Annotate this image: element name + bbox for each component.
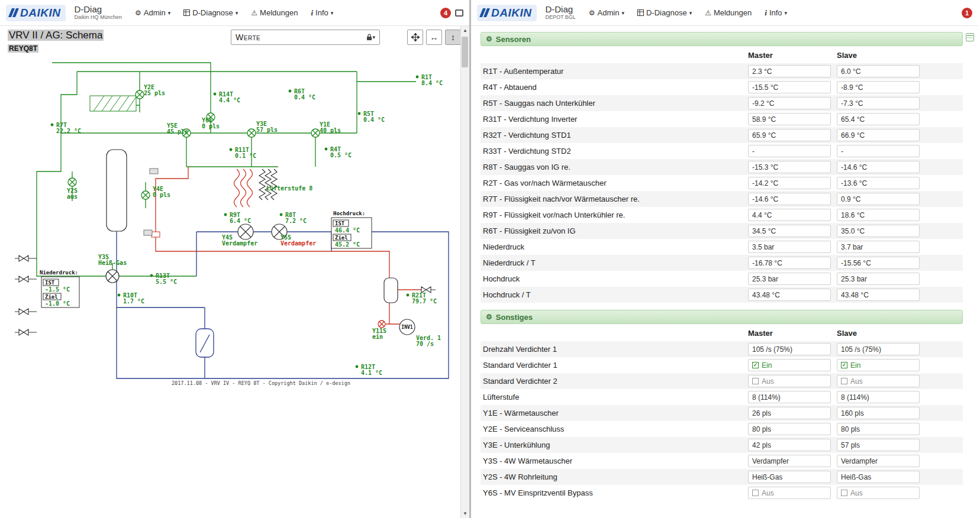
- werte-select[interactable]: Werte ▾: [231, 30, 380, 45]
- table-row: R32T - Verdichtung STD165.9 °C66.9 °C: [481, 127, 963, 143]
- logo-text: DAIKIN: [491, 7, 531, 20]
- chevron-down-icon: ▾: [621, 10, 624, 16]
- gear-icon: ⚙: [486, 313, 492, 321]
- value-cell: Aus: [748, 375, 837, 387]
- nav-info[interactable]: i Info ▾: [765, 8, 787, 18]
- checkbox-label: Aus: [850, 489, 863, 497]
- value-cell: -14.6 °C: [748, 193, 837, 205]
- value-cell: 43.48 °C: [837, 289, 926, 301]
- value-box: Aus: [748, 375, 831, 387]
- nav-label: D-Diagnose: [646, 8, 687, 17]
- value-box: 43.48 °C: [837, 289, 920, 301]
- checkbox-icon[interactable]: [841, 378, 847, 384]
- diagram-value: Verdampfer: [222, 240, 257, 247]
- nav-label: Admin: [598, 8, 620, 17]
- table: MasterSlaveDrehzahl Verdichter 1105 /s (…: [481, 324, 963, 501]
- model-label: REYQ8T: [8, 44, 38, 53]
- fit-width-button[interactable]: ↔: [426, 30, 442, 45]
- sensor-dot: [214, 93, 217, 96]
- value-box: 2.3 °C: [748, 65, 831, 77]
- right-panel: DAIKIN D-Diag DEPOT BGL ⚙ Admin ▾ D-Diag…: [471, 0, 978, 518]
- value-box: Verdampfer: [748, 455, 831, 467]
- diagram-value: 0.1 °C: [235, 153, 256, 159]
- value-cell: 80 pls: [837, 423, 926, 435]
- diagram-value: 6.4 °C: [230, 218, 251, 224]
- value-box: -7.3 °C: [837, 97, 920, 109]
- vertical-scrollbar[interactable]: ▲ ▼: [460, 26, 469, 518]
- row-label: R33T - Verdichtung STD2: [481, 147, 748, 156]
- notification-badge[interactable]: 1: [962, 8, 972, 18]
- value-box: 57 pls: [837, 439, 920, 451]
- svg-text:-1.0 °C: -1.0 °C: [45, 300, 70, 307]
- value-box: 18.6 °C: [837, 209, 920, 221]
- chevron-down-icon: ▾: [785, 10, 788, 16]
- notification-badge[interactable]: 4: [440, 8, 451, 18]
- row-label: Hochdruck / T: [481, 290, 748, 299]
- value-cell: 18.6 °C: [837, 209, 926, 221]
- nav-d-diagnose[interactable]: D-Diagnose ▾: [183, 8, 238, 18]
- value-box: 34.5 °C: [748, 225, 831, 237]
- daikin-logo[interactable]: DAIKIN: [477, 5, 537, 21]
- value-cell: 42 pls: [748, 439, 837, 451]
- value-box: 8 (114%): [748, 391, 831, 403]
- scroll-down-icon[interactable]: ▼: [463, 511, 468, 516]
- row-label: R6T - Flüssigkeit zu/von IG: [481, 226, 748, 235]
- info-icon: i: [311, 8, 313, 18]
- value-cell: 2.3 °C: [748, 65, 837, 77]
- value-cell: 3.7 bar: [837, 241, 926, 253]
- value-box: 58.9 °C: [748, 113, 831, 125]
- table-row: Standard Verdichter 2AusAus: [481, 373, 963, 389]
- nav-meldungen[interactable]: ⚠ Meldungen: [251, 8, 298, 18]
- daikin-logo[interactable]: DAIKIN: [6, 5, 66, 21]
- row-label: Drehzahl Verdichter 1: [481, 345, 748, 354]
- section-header: ⚙ Sensoren: [481, 32, 963, 46]
- nav-info[interactable]: i Info ▾: [311, 8, 333, 18]
- vrv-schema-diagram[interactable]: INV1 Hochdruck:: [0, 57, 461, 395]
- diagram-value: 8.4 °C: [421, 80, 443, 86]
- value-box: 43.48 °C: [748, 289, 831, 301]
- checkbox-icon[interactable]: [752, 490, 759, 496]
- scroll-up-icon[interactable]: ▲: [463, 28, 468, 33]
- value-cell: Verdampfer: [748, 455, 837, 467]
- checkbox-icon[interactable]: [841, 490, 847, 496]
- value-box: Aus: [837, 375, 920, 387]
- fit-height-button[interactable]: ↕: [445, 30, 461, 45]
- svg-text:INV1: INV1: [401, 325, 412, 330]
- checkbox-icon[interactable]: ✓: [841, 362, 847, 368]
- row-label: Y2S - 4W Rohrleitung: [481, 472, 748, 481]
- sensor-dot: [51, 124, 54, 127]
- value-cell: ✓Ein: [748, 359, 837, 371]
- left-panel: DAIKIN D-Diag Daikin HQ München ⚙ Admin …: [0, 0, 471, 518]
- checkbox-label: Ein: [850, 361, 860, 370]
- row-label: Standard Verdichter 1: [481, 361, 748, 370]
- table: MasterSlaveR1T - Außentemperatur2.3 °C6.…: [481, 46, 963, 303]
- table-row: R5T - Sauggas nach Unterkühler-9.2 °C-7.…: [481, 95, 963, 111]
- table-row: Y6S - MV Einspritzventil BypassAusAus: [481, 485, 963, 501]
- sensor-dot: [150, 274, 153, 277]
- value-cell: -15.5 °C: [748, 81, 837, 93]
- pan-button[interactable]: [407, 30, 423, 45]
- sensor-dot: [224, 213, 227, 216]
- value-box: 65.4 °C: [837, 113, 920, 125]
- table-view-icon[interactable]: [966, 33, 974, 41]
- table-header-row: MasterSlave: [481, 47, 963, 63]
- table-row: Y3S - 4W WärmetauscherVerdampferVerdampf…: [481, 453, 963, 469]
- window-icon[interactable]: [455, 9, 463, 17]
- scrollbar-thumb[interactable]: [462, 37, 468, 67]
- nav-meldungen[interactable]: ⚠ Meldungen: [705, 8, 752, 18]
- diagram-value: 70 /s: [416, 341, 434, 347]
- main-nav: ⚙ Admin ▾ D-Diagnose ▾ ⚠ Meldungen i Inf…: [589, 8, 787, 18]
- value-cell: -9.2 °C: [748, 97, 837, 109]
- nav-label: Meldungen: [714, 8, 752, 17]
- value-cell: 3.5 bar: [748, 241, 837, 253]
- nav-admin[interactable]: ⚙ Admin ▾: [135, 8, 170, 18]
- checkbox-icon[interactable]: ✓: [752, 362, 759, 368]
- accumulator-vessel: [107, 150, 127, 231]
- nav-d-diagnose[interactable]: D-Diagnose ▾: [637, 8, 692, 18]
- checkbox-icon[interactable]: [752, 378, 759, 384]
- page-title: VRV II / AG: Schema: [8, 30, 104, 41]
- sensor-dot: [280, 213, 283, 216]
- value-box: -15.3 °C: [748, 161, 831, 173]
- table-row: R33T - Verdichtung STD2--: [481, 143, 963, 159]
- nav-admin[interactable]: ⚙ Admin ▾: [589, 8, 624, 18]
